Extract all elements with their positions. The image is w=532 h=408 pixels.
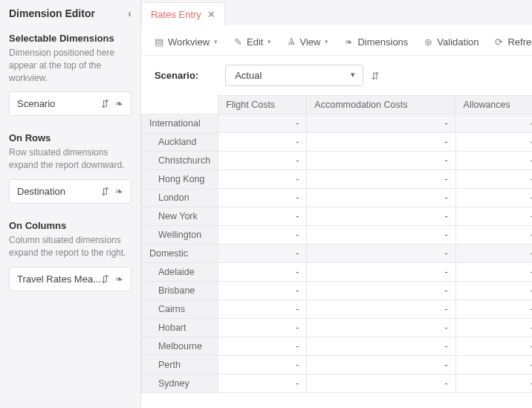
grid-cell[interactable]: -: [218, 245, 307, 263]
grid-cell[interactable]: -: [307, 300, 455, 319]
view-button[interactable]: Ⱑ View ▾: [288, 36, 328, 48]
scenario-value: Actual: [235, 70, 262, 81]
grid-cell[interactable]: -: [218, 114, 307, 133]
hierarchy-icon[interactable]: ⇵: [371, 70, 380, 82]
row-header[interactable]: Hobart: [141, 319, 218, 337]
grid-cell[interactable]: -: [218, 300, 307, 319]
grid-cell[interactable]: -: [307, 152, 455, 170]
grid-cell[interactable]: -: [307, 207, 455, 226]
grid-cell[interactable]: -: [307, 189, 455, 207]
edit-icon: ✎: [234, 36, 242, 48]
grid-cell[interactable]: -: [455, 226, 532, 245]
grid-cell[interactable]: -: [307, 245, 455, 263]
collapse-sidebar-icon[interactable]: ‹: [128, 7, 132, 19]
hierarchy-icon[interactable]: ⇵: [101, 98, 109, 109]
row-header[interactable]: International: [141, 114, 218, 133]
grid-cell[interactable]: -: [218, 319, 307, 337]
grid-cell[interactable]: -: [218, 282, 307, 300]
grid-cell[interactable]: -: [307, 282, 455, 300]
grid-cell[interactable]: -: [307, 226, 455, 245]
grid-cell[interactable]: -: [455, 114, 532, 133]
grid-cell[interactable]: -: [455, 170, 532, 189]
table-row: International---: [141, 114, 532, 133]
row-header[interactable]: Adelaide: [141, 263, 218, 282]
row-header[interactable]: New York: [141, 207, 218, 226]
sidebar-title: Dimension Editor: [9, 7, 95, 19]
grid-cell[interactable]: -: [455, 282, 532, 300]
dimensions-button[interactable]: ❧ Dimensions: [345, 36, 408, 48]
row-header[interactable]: Sydney: [141, 375, 218, 393]
hierarchy-icon[interactable]: ⇵: [101, 186, 109, 197]
dimension-chip-label: Scenario: [17, 98, 55, 109]
dimension-chip-destination[interactable]: Destination ⇵ ❧: [9, 179, 132, 204]
grid-cell[interactable]: -: [455, 207, 532, 226]
row-header[interactable]: Wellington: [141, 226, 218, 245]
grid-cell[interactable]: -: [307, 356, 455, 375]
table-row: Melbourne---: [141, 337, 532, 356]
grid-cell[interactable]: -: [307, 337, 455, 356]
grid-cell[interactable]: -: [218, 207, 307, 226]
grid-cell[interactable]: -: [455, 337, 532, 356]
row-header[interactable]: Brisbane: [141, 282, 218, 300]
dimensions-icon: ❧: [345, 36, 353, 48]
hierarchy-icon[interactable]: ⇵: [101, 273, 109, 285]
edit-button[interactable]: ✎ Edit ▾: [234, 36, 271, 48]
rates-grid: Flight Costs Accommodation Costs Allowan…: [141, 95, 532, 393]
column-header[interactable]: Allowances: [455, 96, 532, 114]
grid-cell[interactable]: -: [218, 356, 307, 375]
grid-cell[interactable]: -: [218, 226, 307, 245]
row-header[interactable]: Auckland: [141, 133, 218, 152]
refresh-button[interactable]: ⟳ Refresh: [495, 36, 532, 48]
column-header[interactable]: Flight Costs: [218, 96, 307, 114]
chevron-down-icon: ▾: [325, 38, 328, 45]
grid-cell[interactable]: -: [307, 114, 455, 133]
grid-cell[interactable]: -: [455, 133, 532, 152]
leaf-icon[interactable]: ❧: [115, 98, 123, 109]
chevron-down-icon: ▾: [214, 38, 218, 45]
toolbar: ▤ Workview ▾ ✎ Edit ▾ Ⱑ View ▾ ❧ Dimensi…: [141, 25, 532, 56]
grid-cell[interactable]: -: [455, 263, 532, 282]
grid-cell[interactable]: -: [307, 133, 455, 152]
tab-rates-entry[interactable]: Rates Entry ✕: [141, 2, 225, 26]
row-header[interactable]: Melbourne: [141, 337, 218, 356]
table-row: London---: [141, 189, 532, 207]
validation-button[interactable]: ⊛ Validation: [424, 36, 479, 48]
grid-cell[interactable]: -: [455, 245, 532, 263]
dimension-editor-panel: Dimension Editor ‹ Selectable Dimensions…: [0, 0, 141, 408]
grid-cell[interactable]: -: [218, 375, 307, 393]
grid-cell[interactable]: -: [455, 152, 532, 170]
table-row: Domestic---: [141, 245, 532, 263]
grid-cell[interactable]: -: [307, 319, 455, 337]
grid-cell[interactable]: -: [455, 189, 532, 207]
grid-cell[interactable]: -: [218, 133, 307, 152]
grid-cell[interactable]: -: [218, 189, 307, 207]
row-header[interactable]: Domestic: [141, 245, 218, 263]
row-header[interactable]: London: [141, 189, 218, 207]
grid-cell[interactable]: -: [455, 300, 532, 319]
dimension-chip-travel-rates[interactable]: Travel Rates Mea... ⇵ ❧: [9, 267, 132, 291]
grid-cell[interactable]: -: [218, 263, 307, 282]
chevron-down-icon: ▾: [267, 38, 271, 45]
grid-cell[interactable]: -: [455, 319, 532, 337]
grid-cell[interactable]: -: [307, 375, 455, 393]
row-header[interactable]: Perth: [141, 356, 218, 375]
column-header[interactable]: Accommodation Costs: [307, 96, 455, 114]
grid-cell[interactable]: -: [455, 356, 532, 375]
grid-cell[interactable]: -: [218, 170, 307, 189]
grid-cell[interactable]: -: [218, 152, 307, 170]
close-tab-icon[interactable]: ✕: [207, 9, 215, 20]
row-header[interactable]: Christchurch: [141, 152, 218, 170]
scenario-select[interactable]: Actual: [225, 65, 363, 86]
grid-cell[interactable]: -: [218, 337, 307, 356]
grid-cell[interactable]: -: [307, 170, 455, 189]
leaf-icon[interactable]: ❧: [115, 273, 123, 285]
grid-cell[interactable]: -: [307, 263, 455, 282]
selectable-section-desc: Dimension positioned here appear at the …: [9, 47, 132, 84]
row-header[interactable]: Cairns: [141, 300, 218, 319]
leaf-icon[interactable]: ❧: [115, 186, 123, 197]
workview-button[interactable]: ▤ Workview ▾: [155, 36, 218, 48]
dimension-chip-scenario[interactable]: Scenario ⇵ ❧: [9, 91, 132, 116]
grid-cell[interactable]: -: [455, 375, 532, 393]
row-header[interactable]: Hong Kong: [141, 170, 218, 189]
selectable-section-title: Selectable Dimensions: [9, 33, 132, 44]
